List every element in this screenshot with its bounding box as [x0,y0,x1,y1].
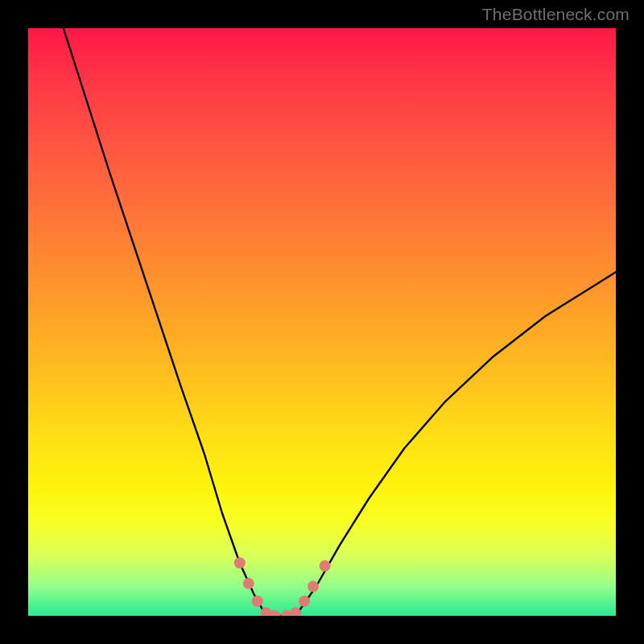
highlight-dot [320,560,331,572]
watermark-text: TheBottleneck.com [482,5,630,24]
highlight-dot [234,557,246,568]
highlight-dot-group [234,557,331,616]
highlight-dot [299,596,310,607]
highlight-dot [252,596,263,607]
highlight-dot [243,578,254,589]
chart-stage: TheBottleneck.com [0,0,644,644]
highlight-dot [290,607,301,616]
chart-marker-layer [28,28,616,616]
highlight-dot [308,581,319,592]
